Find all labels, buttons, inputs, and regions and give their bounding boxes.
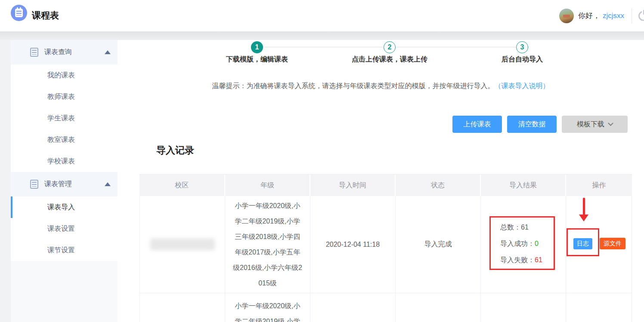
left-gutter — [0, 40, 11, 322]
sidebar-item-student-schedule[interactable]: 学生课表 — [11, 107, 118, 129]
step-3-label: 后台自动导入 — [502, 55, 543, 64]
calendar-icon — [15, 9, 23, 17]
chevron-down-icon — [608, 120, 613, 126]
sidebar-group-label: 课表管理 — [44, 180, 72, 189]
status-cell — [396, 293, 481, 322]
tip-text: 温馨提示：为准确将课表导入系统，请选择与年级课表类型对应的模版，并按年级进行导入… — [212, 82, 495, 89]
col-header-status: 状态 — [396, 175, 481, 196]
col-header-campus: 校区 — [139, 175, 225, 196]
records-title: 导入记录 — [156, 144, 194, 157]
table-header-row: 校区 年级 导入时间 状态 导入结果 操作 — [139, 175, 632, 196]
col-header-import-time: 导入时间 — [310, 175, 396, 196]
actions-cell — [566, 293, 632, 322]
avatar[interactable] — [559, 9, 574, 23]
app-logo-calendar-icon — [11, 5, 27, 21]
greeting-text: 你好， — [578, 11, 600, 21]
import-time-cell — [310, 293, 396, 322]
sidebar-filler — [11, 261, 118, 322]
main-content: 1 2 3 下载模版，编辑课表 点击上传课表，课表上传 后台自动导入 温馨提示：… — [118, 40, 644, 322]
sidebar-item-school-schedule[interactable]: 学校课表 — [11, 150, 118, 172]
import-records-table: 校区 年级 导入时间 状态 导入结果 操作 小学一年级2020级,小学二年级20… — [139, 174, 632, 322]
annotation-arrow-icon — [579, 215, 588, 221]
clear-data-button[interactable]: 清空数据 — [507, 116, 557, 133]
username-link[interactable]: zjcjsxx — [603, 12, 624, 20]
power-icon[interactable] — [638, 11, 644, 21]
header-shadow-strip — [0, 31, 644, 40]
sidebar-item-schedule-settings[interactable]: 课表设置 — [11, 218, 118, 239]
template-download-label: 模板下载 — [577, 120, 604, 129]
step-1-circle: 1 — [251, 41, 263, 53]
campus-cell — [139, 196, 225, 293]
campus-cell — [139, 293, 225, 322]
sidebar-item-teacher-schedule[interactable]: 教师课表 — [11, 86, 118, 107]
col-header-result: 导入结果 — [481, 175, 566, 196]
header-user-area: 你好， zjcjsxx — [559, 0, 644, 31]
annotation-box-result — [489, 216, 555, 270]
clipboard-icon — [30, 180, 38, 189]
table-row: 小学一年级2020级,小学二年级2019级,小学三年级2018级,小学四年级20… — [139, 293, 632, 322]
sidebar: 课表查询 我的课表 教师课表 学生课表 教室课表 学校课表 课表管理 课表导入 … — [11, 40, 118, 322]
notebook-icon — [30, 48, 38, 57]
campus-name-redacted — [150, 239, 215, 250]
step-number: 3 — [520, 43, 524, 51]
sidebar-item-schedule-import[interactable]: 课表导入 — [11, 196, 118, 218]
sidebar-item-my-schedule[interactable]: 我的课表 — [11, 64, 118, 86]
sidebar-group-label: 课表查询 — [44, 48, 72, 57]
grades-cell: 小学一年级2020级,小学二年级2019级,小学三年级2018级,小学四年级20… — [225, 196, 310, 293]
result-cell — [481, 293, 566, 322]
page-title: 课程表 — [32, 9, 59, 21]
upload-schedule-button[interactable]: 上传课表 — [452, 116, 502, 133]
sidebar-group-schedule-manage[interactable]: 课表管理 — [11, 172, 118, 196]
import-help-link[interactable]: （课表导入说明） — [495, 82, 550, 89]
step-3-circle: 3 — [516, 41, 528, 53]
import-time-cell: 2020-12-04 11:18 — [310, 196, 396, 293]
header-divider — [632, 8, 632, 24]
step-2-circle: 2 — [384, 41, 396, 53]
step-2-label: 点击上传课表，课表上传 — [352, 55, 427, 64]
sidebar-group-schedule-query[interactable]: 课表查询 — [11, 40, 118, 64]
tip-row: 温馨提示：为准确将课表导入系统，请选择与年级课表类型对应的模版，并按年级进行导入… — [118, 82, 644, 91]
template-download-dropdown[interactable]: 模板下载 — [562, 116, 628, 133]
annotation-arrow-icon — [583, 198, 585, 215]
status-cell: 导入完成 — [396, 196, 481, 293]
table-row: 小学一年级2020级,小学二年级2019级,小学三年级2018级,小学四年级20… — [139, 196, 632, 293]
top-header: 课程表 你好， zjcjsxx — [0, 0, 644, 31]
toolbar: 上传课表 清空数据 模板下载 — [452, 116, 628, 133]
source-file-button[interactable]: 源文件 — [600, 238, 625, 249]
chevron-up-icon — [105, 50, 111, 54]
step-number: 2 — [388, 43, 392, 51]
sidebar-item-lesson-settings[interactable]: 课节设置 — [11, 239, 118, 261]
step-number: 1 — [255, 43, 259, 51]
step-connector — [264, 47, 383, 47]
step-1-label: 下载模版，编辑课表 — [226, 55, 288, 64]
chevron-up-icon — [105, 182, 111, 186]
col-header-actions: 操作 — [566, 175, 632, 196]
step-connector — [397, 47, 516, 47]
log-button[interactable]: 日志 — [573, 238, 592, 249]
result-cell: 总数：61 导入成功：0 导入失败：61 — [481, 196, 566, 293]
app-root: 课程表 你好， zjcjsxx 课表查询 我的课表 教师课表 学生课表 教室课表… — [0, 0, 644, 322]
sidebar-item-classroom-schedule[interactable]: 教室课表 — [11, 129, 118, 150]
col-header-grade: 年级 — [225, 175, 310, 196]
grades-cell: 小学一年级2020级,小学二年级2019级,小学三年级2018级,小学四年级20… — [225, 293, 310, 322]
actions-cell: 日志 源文件 — [566, 196, 632, 293]
